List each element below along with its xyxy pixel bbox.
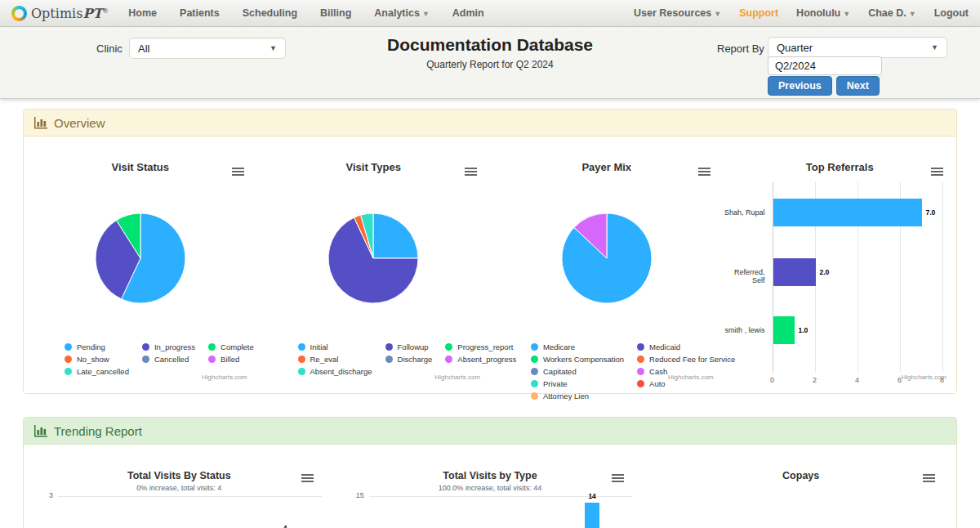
- nav-item-admin[interactable]: Admin: [452, 7, 484, 19]
- report-by-select[interactable]: Quarter ▼: [768, 37, 947, 58]
- legend-item-pending[interactable]: Pending: [65, 342, 129, 351]
- legend-item-late-cancelled[interactable]: Late_cancelled: [65, 367, 129, 376]
- highcharts-credit-link[interactable]: Highcharts.com: [434, 374, 480, 381]
- legend-dot-icon: [445, 343, 452, 351]
- nav-item-logout[interactable]: Logout: [934, 7, 969, 19]
- legend-dot-icon: [298, 368, 305, 375]
- legend-item-capitated[interactable]: Capitated: [531, 367, 624, 376]
- chevron-down-icon: ▼: [422, 10, 430, 18]
- nav-item-user-resources[interactable]: User Resources▼: [634, 7, 721, 19]
- pie-slice-initial[interactable]: [373, 213, 418, 258]
- legend-item-billed[interactable]: Billed: [208, 355, 254, 364]
- chart-title: Total Visits By Status: [24, 470, 335, 481]
- nav-item-patients[interactable]: Patients: [180, 7, 220, 19]
- legend-item-cancelled[interactable]: Cancelled: [142, 355, 195, 364]
- next-button[interactable]: Next: [836, 76, 880, 96]
- legend-item-absent-discharge[interactable]: Absent_discharge: [298, 367, 372, 376]
- data-label: 7.0: [926, 208, 936, 217]
- legend-item-re-eval[interactable]: Re_eval: [298, 355, 372, 364]
- legend-item-medicare[interactable]: Medicare: [531, 342, 624, 351]
- legend-item-initial[interactable]: Initial: [298, 342, 372, 351]
- legend-item-no-show[interactable]: No_show: [65, 355, 129, 364]
- y-axis-tick: 15: [346, 491, 364, 499]
- legend-dot-icon: [65, 368, 72, 375]
- legend-item-medicaid[interactable]: Medicaid: [637, 342, 735, 351]
- legend-item-discharge[interactable]: Discharge: [385, 355, 433, 364]
- legend-dot-icon: [208, 343, 216, 351]
- category-label: Shah, Rupal: [724, 208, 765, 217]
- optimispt-logo[interactable]: OptimisPT®: [11, 6, 109, 21]
- period-input[interactable]: [768, 56, 882, 75]
- clinic-select-value: All: [138, 43, 149, 55]
- legend-item-followup[interactable]: Followup: [385, 342, 433, 351]
- x-axis-tick: 0: [770, 376, 774, 384]
- legend-label: Initial: [310, 342, 328, 351]
- chart-context-menu-icon[interactable]: [698, 168, 710, 177]
- nav-item-billing[interactable]: Billing: [320, 7, 351, 19]
- legend-dot-icon: [298, 356, 305, 363]
- top-referrals-chart: Top Referrals 02468Shah, Rupal7.0Referre…: [724, 136, 957, 393]
- legend-dot-icon: [531, 343, 538, 351]
- chart-subtitle: 100.0% increase, total visits: 44: [335, 484, 646, 492]
- chart-context-menu-icon[interactable]: [923, 474, 935, 484]
- nav-item-chae-d-[interactable]: Chae D.▼: [868, 7, 915, 19]
- chevron-down-icon: ▼: [714, 10, 721, 18]
- legend-label: Capitated: [543, 367, 577, 376]
- chart-context-menu-icon[interactable]: [301, 474, 314, 484]
- previous-button[interactable]: Previous: [768, 76, 832, 96]
- chart-title: Visit Types: [257, 161, 491, 173]
- legend-item-reduced-fee-for-service[interactable]: Reduced Fee for Service: [637, 355, 735, 364]
- top-referrals-bars: 02468Shah, Rupal7.0Referred, Self2.0smit…: [724, 136, 957, 393]
- data-label: 4: [283, 524, 287, 528]
- legend-dot-icon: [531, 356, 538, 363]
- legend-dot-icon: [385, 356, 393, 363]
- chart-context-menu-icon[interactable]: [612, 474, 624, 484]
- legend-dot-icon: [637, 356, 644, 363]
- page-header: Clinic All ▼ Documentation Database Quar…: [0, 27, 980, 99]
- legend-dot-icon: [65, 356, 72, 363]
- data-label: 2.0: [820, 268, 830, 276]
- chart-title: Visit Status: [24, 161, 257, 173]
- data-label: 14: [588, 492, 595, 500]
- chart-context-menu-icon[interactable]: [232, 168, 244, 177]
- legend-label: Absent_discharge: [310, 367, 372, 376]
- column-bar[interactable]: [585, 503, 599, 528]
- legend-item-workers-compensation[interactable]: Workers Compensation: [531, 355, 624, 364]
- legend-label: Followup: [398, 342, 429, 351]
- chevron-down-icon: ▼: [931, 43, 938, 51]
- legend-item-complete[interactable]: Complete: [208, 342, 254, 351]
- highcharts-credit-link[interactable]: Highcharts.com: [668, 374, 714, 381]
- highcharts-credit-link[interactable]: Highcharts.com: [202, 374, 247, 381]
- brand-text: OptimisPT®: [31, 6, 109, 21]
- legend-dot-icon: [531, 380, 538, 387]
- clinic-select[interactable]: All ▼: [129, 38, 286, 59]
- chart-context-menu-icon[interactable]: [465, 168, 477, 177]
- legend-item-in-progress[interactable]: In_progress: [142, 342, 195, 351]
- legend-item-private[interactable]: Private: [531, 379, 624, 388]
- legend-label: Private: [543, 379, 568, 388]
- category-label: smith , lewis: [724, 326, 765, 334]
- legend-label: Complete: [220, 342, 254, 351]
- highcharts-credit-link[interactable]: Highcharts.com: [901, 374, 947, 381]
- nav-item-analytics[interactable]: Analytics▼: [374, 7, 430, 19]
- payer-mix-pie: [561, 213, 653, 307]
- nav-item-honolulu[interactable]: Honolulu▼: [796, 7, 850, 19]
- legend-dot-icon: [142, 356, 149, 363]
- legend-item-attorney-lien[interactable]: Attorney Lien: [531, 392, 624, 400]
- nav-item-home[interactable]: Home: [128, 7, 157, 19]
- x-axis-tick: 2: [813, 376, 817, 384]
- legend-label: Medicare: [543, 342, 575, 351]
- bar-referred-self[interactable]: [773, 258, 816, 286]
- bar-shah-rupal[interactable]: [773, 199, 922, 226]
- bar-smith-lewis[interactable]: [773, 316, 795, 344]
- overview-body: Visit Status PendingIn_progressCompleteN…: [24, 136, 956, 393]
- legend-dot-icon: [531, 392, 538, 400]
- overview-panel-title: Overview: [54, 116, 105, 130]
- pager-buttons: Previous Next: [768, 76, 880, 96]
- legend-label: Late_cancelled: [77, 367, 129, 376]
- optimispt-ring-icon: [11, 6, 27, 21]
- nav-item-support[interactable]: Support: [739, 7, 778, 19]
- nav-item-scheduling[interactable]: Scheduling: [243, 7, 297, 19]
- legend-dot-icon: [385, 343, 393, 351]
- chart-title: Total Visits by Type: [335, 470, 646, 481]
